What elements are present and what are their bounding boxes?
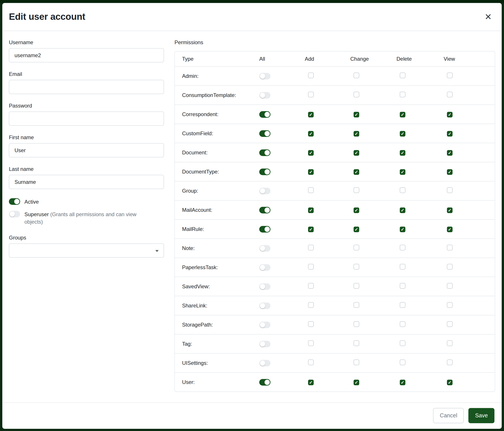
username-input[interactable] (9, 48, 164, 63)
first-name-input[interactable] (9, 143, 164, 157)
permission-delete-checkbox[interactable] (400, 283, 405, 289)
permission-change-checkbox[interactable] (354, 226, 359, 232)
permission-change-checkbox[interactable] (354, 112, 359, 117)
permission-all-toggle[interactable] (259, 149, 270, 156)
permission-delete-checkbox[interactable] (400, 169, 405, 175)
permission-view-checkbox[interactable] (447, 187, 453, 193)
permission-add-checkbox[interactable] (308, 131, 314, 136)
permission-view-checkbox[interactable] (447, 341, 453, 346)
permission-delete-checkbox[interactable] (400, 226, 405, 232)
cancel-button[interactable]: Cancel (433, 408, 464, 423)
permission-all-toggle[interactable] (259, 130, 270, 137)
permission-all-toggle[interactable] (259, 92, 270, 99)
permission-add-checkbox[interactable] (308, 112, 314, 117)
permission-change-checkbox[interactable] (354, 92, 359, 98)
permission-all-toggle[interactable] (259, 360, 270, 366)
permission-add-checkbox[interactable] (308, 341, 314, 346)
permission-delete-checkbox[interactable] (400, 112, 405, 117)
save-button[interactable]: Save (468, 408, 494, 423)
permission-delete-checkbox[interactable] (400, 359, 405, 365)
permission-view-checkbox[interactable] (447, 283, 453, 289)
permission-all-toggle[interactable] (259, 264, 270, 271)
email-input[interactable] (9, 80, 164, 94)
groups-select[interactable] (9, 243, 164, 258)
permission-view-checkbox[interactable] (447, 245, 453, 251)
permission-change-checkbox[interactable] (354, 150, 359, 156)
permission-view-checkbox[interactable] (447, 112, 453, 117)
permission-all-toggle[interactable] (259, 73, 270, 79)
permission-change-checkbox[interactable] (354, 72, 359, 78)
permission-view-checkbox[interactable] (447, 359, 453, 365)
permission-change-checkbox[interactable] (354, 169, 359, 175)
email-label: Email (9, 71, 164, 77)
permission-delete-checkbox[interactable] (400, 207, 405, 213)
permission-add-checkbox[interactable] (308, 187, 314, 193)
permission-delete-checkbox[interactable] (400, 341, 405, 346)
password-input[interactable] (9, 111, 164, 126)
permission-all-toggle[interactable] (259, 111, 270, 118)
permission-add-checkbox[interactable] (308, 150, 314, 156)
permission-add-checkbox[interactable] (308, 207, 314, 213)
modal-title: Edit user account (9, 12, 85, 22)
permission-change-checkbox[interactable] (354, 341, 359, 346)
permission-all-toggle[interactable] (259, 188, 270, 194)
superuser-toggle[interactable] (9, 211, 20, 217)
permission-all-toggle[interactable] (259, 302, 270, 309)
permission-change-checkbox[interactable] (354, 283, 359, 289)
permission-delete-checkbox[interactable] (400, 92, 405, 98)
permission-add-checkbox[interactable] (308, 92, 314, 98)
permission-delete-checkbox[interactable] (400, 302, 405, 308)
permission-change-checkbox[interactable] (354, 264, 359, 269)
permission-change-checkbox[interactable] (354, 245, 359, 251)
permission-change-checkbox[interactable] (354, 379, 359, 385)
close-icon[interactable]: ✕ (483, 13, 494, 21)
permission-view-checkbox[interactable] (447, 207, 453, 213)
permission-all-toggle[interactable] (259, 207, 270, 213)
permission-change-checkbox[interactable] (354, 302, 359, 308)
permission-delete-checkbox[interactable] (400, 131, 405, 136)
permission-view-checkbox[interactable] (447, 131, 453, 136)
permission-delete-checkbox[interactable] (400, 264, 405, 269)
permission-all-toggle[interactable] (259, 226, 270, 233)
permission-add-checkbox[interactable] (308, 379, 314, 385)
permission-all-toggle[interactable] (259, 245, 270, 251)
last-name-input[interactable] (9, 175, 164, 189)
permission-add-checkbox[interactable] (308, 226, 314, 232)
permission-view-checkbox[interactable] (447, 72, 453, 78)
permission-delete-checkbox[interactable] (400, 72, 405, 78)
active-toggle[interactable] (9, 198, 20, 205)
permission-view-checkbox[interactable] (447, 264, 453, 269)
permission-add-checkbox[interactable] (308, 264, 314, 269)
permission-add-checkbox[interactable] (308, 72, 314, 78)
permission-add-checkbox[interactable] (308, 302, 314, 308)
permission-change-checkbox[interactable] (354, 131, 359, 136)
permission-add-checkbox[interactable] (308, 169, 314, 175)
permission-row: Note: (175, 239, 495, 258)
first-name-field-group: First name (9, 135, 164, 157)
permission-all-toggle[interactable] (259, 379, 270, 386)
permission-change-checkbox[interactable] (354, 207, 359, 213)
permission-view-checkbox[interactable] (447, 150, 453, 156)
permission-all-toggle[interactable] (259, 322, 270, 328)
permission-add-checkbox[interactable] (308, 321, 314, 327)
permission-view-checkbox[interactable] (447, 302, 453, 308)
permission-view-checkbox[interactable] (447, 226, 453, 232)
permission-view-checkbox[interactable] (447, 321, 453, 327)
permission-all-toggle[interactable] (259, 169, 270, 175)
permission-view-checkbox[interactable] (447, 379, 453, 385)
permission-change-checkbox[interactable] (354, 359, 359, 365)
permission-delete-checkbox[interactable] (400, 245, 405, 251)
permission-change-checkbox[interactable] (354, 321, 359, 327)
permission-view-checkbox[interactable] (447, 92, 453, 98)
permission-delete-checkbox[interactable] (400, 187, 405, 193)
permission-delete-checkbox[interactable] (400, 150, 405, 156)
permission-all-toggle[interactable] (259, 283, 270, 290)
permission-delete-checkbox[interactable] (400, 321, 405, 327)
permission-add-checkbox[interactable] (308, 283, 314, 289)
permission-all-toggle[interactable] (259, 341, 270, 347)
permission-change-checkbox[interactable] (354, 187, 359, 193)
permission-delete-checkbox[interactable] (400, 379, 405, 385)
permission-add-checkbox[interactable] (308, 359, 314, 365)
permission-add-checkbox[interactable] (308, 245, 314, 251)
permission-view-checkbox[interactable] (447, 169, 453, 175)
